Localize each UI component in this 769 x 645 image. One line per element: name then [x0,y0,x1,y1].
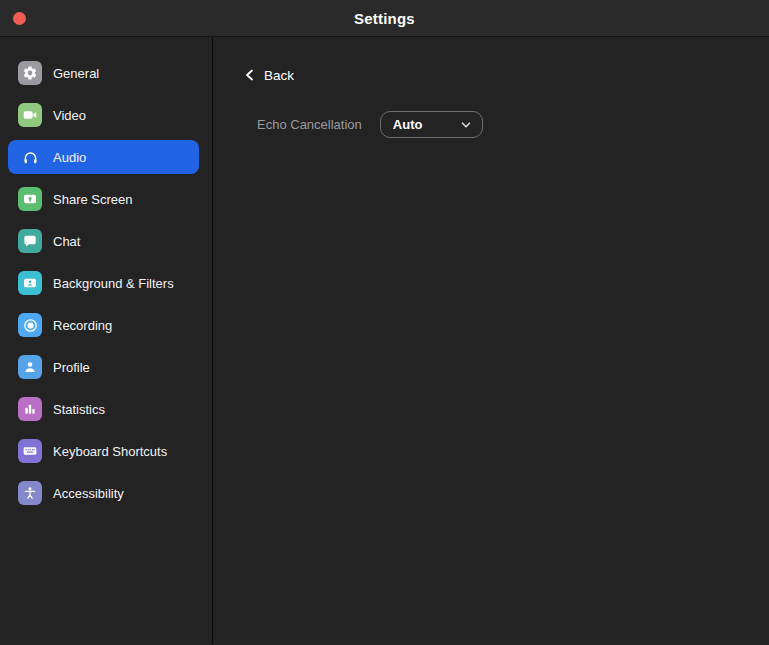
chevron-left-icon [244,69,255,81]
sidebar-item-label: Accessibility [53,486,124,501]
sidebar-item-label: Chat [53,234,80,249]
chat-bubble-icon [18,229,42,253]
settings-content-pane: Back Echo Cancellation Auto [213,37,769,644]
echo-cancellation-row: Echo Cancellation Auto [257,111,769,138]
sidebar-item-label: Video [53,108,86,123]
echo-cancellation-dropdown[interactable]: Auto [380,111,483,138]
headphones-icon [18,145,42,169]
profile-icon [18,355,42,379]
sidebar-item-video[interactable]: Video [8,98,199,132]
video-camera-icon [18,103,42,127]
dropdown-selected-value: Auto [393,117,423,132]
bar-chart-icon [18,397,42,421]
sidebar-item-keyboard-shortcuts[interactable]: Keyboard Shortcuts [8,434,199,468]
sidebar-item-share-screen[interactable]: Share Screen [8,182,199,216]
back-label: Back [264,68,294,83]
sidebar-item-label: Profile [53,360,90,375]
sidebar-item-statistics[interactable]: Statistics [8,392,199,426]
sidebar-item-label: Audio [53,150,86,165]
settings-sidebar: General Video Audio Share Screen Chat [0,37,213,644]
sidebar-item-accessibility[interactable]: Accessibility [8,476,199,510]
sidebar-item-recording[interactable]: Recording [8,308,199,342]
share-screen-icon [18,187,42,211]
sidebar-item-label: Share Screen [53,192,133,207]
sidebar-item-audio[interactable]: Audio [8,140,199,174]
close-button[interactable] [13,12,26,25]
sidebar-item-chat[interactable]: Chat [8,224,199,258]
sidebar-item-label: Keyboard Shortcuts [53,444,167,459]
sidebar-item-profile[interactable]: Profile [8,350,199,384]
sidebar-item-label: Statistics [53,402,105,417]
back-button[interactable]: Back [244,65,294,85]
window-title: Settings [354,10,415,27]
title-bar: Settings [0,0,769,37]
sidebar-item-general[interactable]: General [8,56,199,90]
accessibility-icon [18,481,42,505]
background-filters-icon [18,271,42,295]
sidebar-item-label: General [53,66,99,81]
gear-icon [18,61,42,85]
sidebar-item-label: Recording [53,318,112,333]
echo-cancellation-label: Echo Cancellation [257,117,362,132]
sidebar-item-label: Background & Filters [53,276,174,291]
record-icon [18,313,42,337]
keyboard-icon [18,439,42,463]
sidebar-item-background-filters[interactable]: Background & Filters [8,266,199,300]
chevron-down-icon [461,121,471,129]
